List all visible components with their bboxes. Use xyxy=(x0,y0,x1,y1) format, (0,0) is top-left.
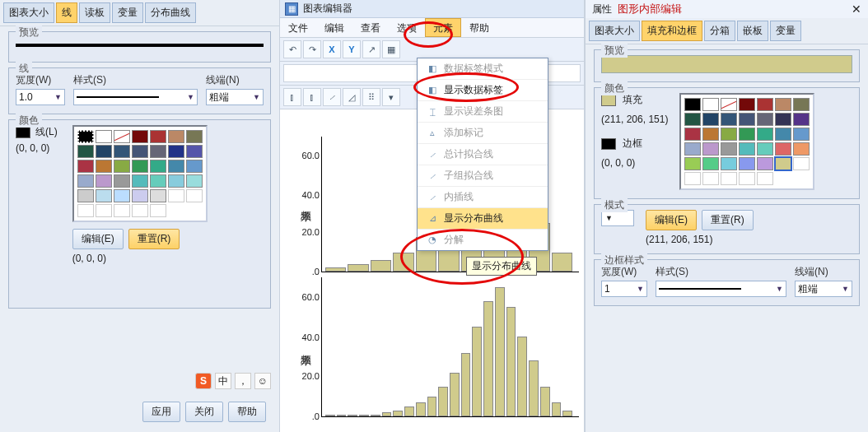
menu-options[interactable]: 选项 xyxy=(389,18,425,37)
apply-button[interactable]: 应用 xyxy=(142,402,180,422)
tab-line[interactable]: 线 xyxy=(56,2,77,23)
bar xyxy=(552,253,572,272)
ime-lang-icon[interactable]: 中 xyxy=(215,373,231,389)
r-color-swatches[interactable] xyxy=(679,93,814,190)
bar xyxy=(495,287,505,416)
tb-stacked-icon[interactable]: ⫿ xyxy=(303,88,321,106)
bar xyxy=(438,387,448,416)
r-style-select[interactable] xyxy=(656,281,786,297)
menu-elements[interactable]: 元素 xyxy=(425,18,461,37)
tb-pick-icon[interactable]: ↗ xyxy=(362,40,380,58)
tb-grid-icon[interactable]: ▦ xyxy=(382,40,400,58)
reset-color-button[interactable]: 重置(R) xyxy=(128,229,180,249)
r-width-label: 宽度(W) xyxy=(601,265,647,279)
fill-label: 填充 xyxy=(623,93,642,107)
close-icon[interactable]: ✕ xyxy=(852,2,861,16)
bar xyxy=(483,301,493,416)
dd-total-fit: ⟋总计拟合线 xyxy=(418,143,548,165)
tb-bar-icon[interactable]: ⫿ xyxy=(283,88,301,106)
fill-color-box xyxy=(601,95,616,106)
sogou-icon[interactable]: S xyxy=(195,373,212,389)
preview-line xyxy=(16,44,264,47)
tb-area-icon[interactable]: ◿ xyxy=(343,88,361,106)
fill-rgb: (211, 206, 151) xyxy=(601,114,668,125)
dd-show-data-labels[interactable]: ◧显示数据标签 xyxy=(418,79,548,100)
rtab-var[interactable]: 变量 xyxy=(770,21,801,41)
ime-face-icon[interactable]: ☺ xyxy=(254,373,271,389)
dd-subgroup-fit: ⟋子组拟合线 xyxy=(418,165,548,186)
tb-line-icon[interactable]: ⟋ xyxy=(323,88,341,106)
label-icon: ◧ xyxy=(426,63,439,76)
border-color-box xyxy=(601,138,616,150)
dd-error-bars: ⌶显示误差条图 xyxy=(418,100,548,122)
left-tabbar: 图表大小 线 读板 变量 分布曲线 xyxy=(0,0,279,26)
style-select[interactable] xyxy=(73,89,198,105)
pie-icon: ◔ xyxy=(426,234,439,247)
pattern-select[interactable]: ▼ xyxy=(601,210,634,226)
fit-icon: ⟋ xyxy=(426,170,439,183)
bar xyxy=(393,411,403,416)
r-border-section: 宽度(W) 1 样式(S) 线端(N) 粗端 xyxy=(594,259,860,306)
line-section: 宽度(W) 1.0 样式(S) 线端(N) 粗端 xyxy=(8,67,271,114)
tab-dist-curve[interactable]: 分布曲线 xyxy=(145,2,196,23)
tb-x-icon[interactable]: X xyxy=(323,40,341,58)
r-style-label: 样式(S) xyxy=(656,265,786,279)
ime-punct-icon[interactable]: ， xyxy=(235,373,251,389)
tb-undo-icon[interactable]: ↶ xyxy=(283,40,301,58)
r-width-select[interactable]: 1 xyxy=(601,281,647,297)
app-icon: ▦ xyxy=(285,2,298,16)
bar xyxy=(472,327,482,416)
tb-y-icon[interactable]: Y xyxy=(343,40,361,58)
chart-2: 60.0 40.0 20.0 .0 xyxy=(321,277,579,417)
r-end-label: 线端(N) xyxy=(795,265,852,279)
props-title: 图形内部编辑 xyxy=(618,2,682,15)
close-button[interactable]: 关闭 xyxy=(185,402,223,422)
ytick: 40.0 xyxy=(302,332,320,342)
fit-icon: ⟋ xyxy=(426,148,439,161)
r-edit-button[interactable]: 编辑(E) xyxy=(646,210,697,230)
bar xyxy=(337,415,347,416)
width-select[interactable]: 1.0 xyxy=(16,89,65,105)
tab-variable[interactable]: 变量 xyxy=(112,2,143,23)
bar xyxy=(427,397,437,416)
r-pattern-section: ▼ 编辑(E) 重置(R) (211, 206, 151) xyxy=(594,204,860,254)
ytick: 60.0 xyxy=(302,292,320,302)
ytick: 40.0 xyxy=(302,190,320,200)
help-button[interactable]: 帮助 xyxy=(228,402,266,422)
color-swatches[interactable] xyxy=(72,125,208,222)
rtab-fill-border[interactable]: 填充和边框 xyxy=(642,21,702,41)
tb-more-icon[interactable]: ▾ xyxy=(382,88,400,106)
menu-edit[interactable]: 编辑 xyxy=(316,18,352,37)
bar xyxy=(506,307,516,416)
menu-bar: 文件 编辑 查看 选项 元素 帮助 xyxy=(280,18,584,38)
rtab-panel[interactable]: 嵌板 xyxy=(737,21,768,41)
menu-file[interactable]: 文件 xyxy=(280,18,316,37)
width-label: 宽度(W) xyxy=(16,73,65,87)
ytick: 60.0 xyxy=(302,151,320,160)
dd-show-dist-curve[interactable]: ⊿显示分布曲线 xyxy=(418,207,548,229)
ytick: .0 xyxy=(312,411,320,421)
right-tabbar: 图表大小 填充和边框 分箱 嵌板 变量 xyxy=(586,18,868,44)
r-end-select[interactable]: 粗端 xyxy=(795,281,852,297)
rtab-binning[interactable]: 分箱 xyxy=(704,21,735,41)
r-reset-button[interactable]: 重置(R) xyxy=(702,210,754,230)
menu-help[interactable]: 帮助 xyxy=(461,18,497,37)
border-label: 边框 xyxy=(623,137,642,151)
tb-redo-icon[interactable]: ↷ xyxy=(303,40,321,58)
menu-view[interactable]: 查看 xyxy=(352,18,389,37)
ytick: .0 xyxy=(312,267,320,276)
swatch-rgb: (0, 0, 0) xyxy=(72,253,106,264)
end-select[interactable]: 粗端 xyxy=(206,89,264,105)
dd-add-markers: ▵添加标记 xyxy=(418,122,548,143)
edit-color-button[interactable]: 编辑(E) xyxy=(72,229,124,249)
bar xyxy=(382,412,392,416)
style-label: 样式(S) xyxy=(73,73,198,87)
tb-scatter-icon[interactable]: ⠿ xyxy=(362,88,380,106)
rtab-size[interactable]: 图表大小 xyxy=(589,21,640,41)
tab-chart-size[interactable]: 图表大小 xyxy=(3,2,54,23)
bar xyxy=(562,411,572,416)
marker-icon: ▵ xyxy=(426,127,439,140)
dd-interp: ⟋内插线 xyxy=(418,186,548,207)
elements-dropdown: ◧数据标签模式 ◧显示数据标签 ⌶显示误差条图 ▵添加标记 ⟋总计拟合线 ⟋子组… xyxy=(417,58,548,251)
tab-readboard[interactable]: 读板 xyxy=(79,2,110,23)
